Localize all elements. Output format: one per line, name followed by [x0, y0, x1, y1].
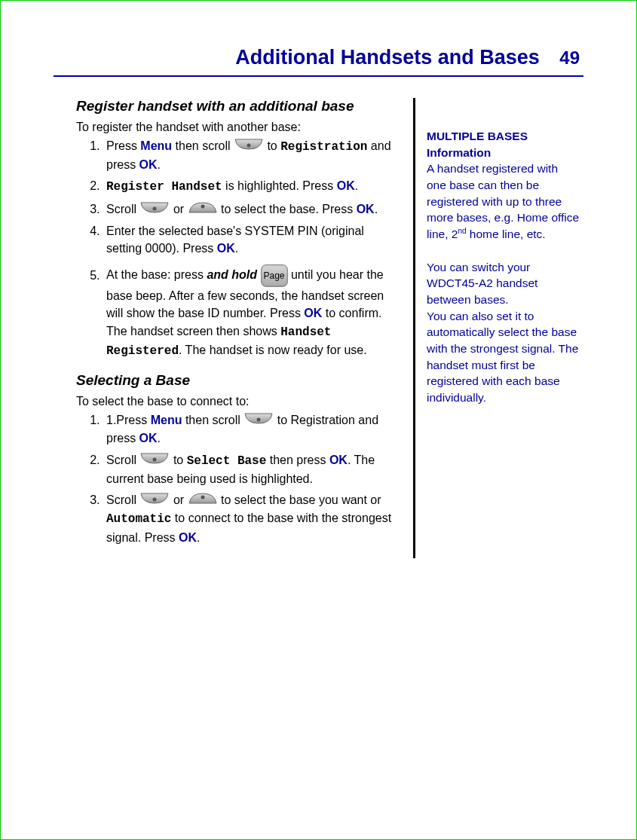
scroll-down-icon: [139, 201, 170, 218]
sidebar-title-1: MULTIPLE BASES: [427, 128, 580, 145]
svg-point-0: [247, 144, 250, 148]
register-step-4: Enter the selected base's SYSTEM PIN (or…: [103, 222, 402, 257]
register-step-5: At the base: press and hold Page until y…: [103, 264, 402, 360]
select-steps: 1.Press Menu then scroll to Registration…: [76, 411, 402, 546]
select-step-3: Scroll or to select the base you want or…: [103, 491, 402, 546]
sidebar-para-1: A handset registered with one base can t…: [427, 160, 580, 243]
section1-intro: To register the handset with another bas…: [76, 121, 402, 134]
sidebar-para-2: You can switch your WDCT45-A2 handset be…: [427, 259, 580, 308]
register-step-3: Scroll or to select the base. Press OK.: [103, 200, 402, 218]
ok-label: OK: [357, 203, 375, 215]
ok-label: OK: [179, 531, 197, 544]
content-columns: Register handset with an additional base…: [76, 98, 580, 558]
section-heading-select: Selecting a Base: [76, 372, 402, 389]
main-column: Register handset with an additional base…: [76, 98, 413, 558]
select-base-code: Select Base: [187, 454, 267, 468]
chapter-title: Additional Handsets and Bases: [235, 46, 540, 69]
page-number: 49: [559, 47, 580, 68]
select-step-1: 1.Press Menu then scroll to Registration…: [103, 411, 402, 447]
sidebar-title-2: Information: [427, 145, 580, 161]
ok-label: OK: [337, 179, 355, 192]
register-step-2: Register Handset is highlighted. Press O…: [103, 177, 402, 196]
section-heading-register: Register handset with an additional base: [76, 98, 402, 115]
page-button-icon: Page: [261, 264, 288, 287]
registration-code: Registration: [280, 140, 367, 154]
svg-point-2: [201, 204, 204, 208]
sidebar: MULTIPLE BASES Information A handset reg…: [413, 98, 580, 558]
scroll-down-icon: [139, 492, 170, 509]
scroll-up-icon: [188, 492, 218, 509]
register-handset-code: Register Handset: [106, 180, 222, 194]
select-step-2: Scroll to Select Base then press OK. The…: [103, 451, 402, 487]
superscript-nd: nd: [458, 227, 466, 235]
scroll-down-icon: [139, 452, 170, 469]
svg-point-6: [201, 496, 204, 499]
ok-label: OK: [329, 454, 348, 466]
ok-label: OK: [217, 242, 235, 255]
menu-label: Menu: [151, 414, 182, 426]
scroll-down-icon: [234, 138, 264, 155]
automatic-code: Automatic: [106, 512, 171, 526]
svg-point-1: [153, 206, 157, 210]
scroll-down-icon: [243, 412, 274, 429]
register-steps: Press Menu then scroll to Registration a…: [76, 137, 402, 360]
menu-label: Menu: [140, 139, 172, 152]
register-step-1: Press Menu then scroll to Registration a…: [103, 137, 402, 173]
scroll-up-icon: [188, 201, 218, 218]
svg-point-5: [153, 498, 157, 502]
svg-point-4: [153, 457, 157, 461]
header-rule: [54, 75, 583, 77]
svg-point-3: [257, 418, 261, 422]
sidebar-para-3: You can also set it to automatically sel…: [427, 308, 580, 406]
and-hold-text: and hold: [207, 269, 257, 282]
section2-intro: To select the base to connect to:: [76, 395, 402, 408]
page-header: Additional Handsets and Bases 49: [38, 46, 599, 69]
manual-page: Additional Handsets and Bases 49 Registe…: [0, 0, 637, 840]
ok-label: OK: [139, 158, 158, 171]
ok-label: OK: [139, 432, 158, 444]
ok-label: OK: [304, 307, 322, 319]
